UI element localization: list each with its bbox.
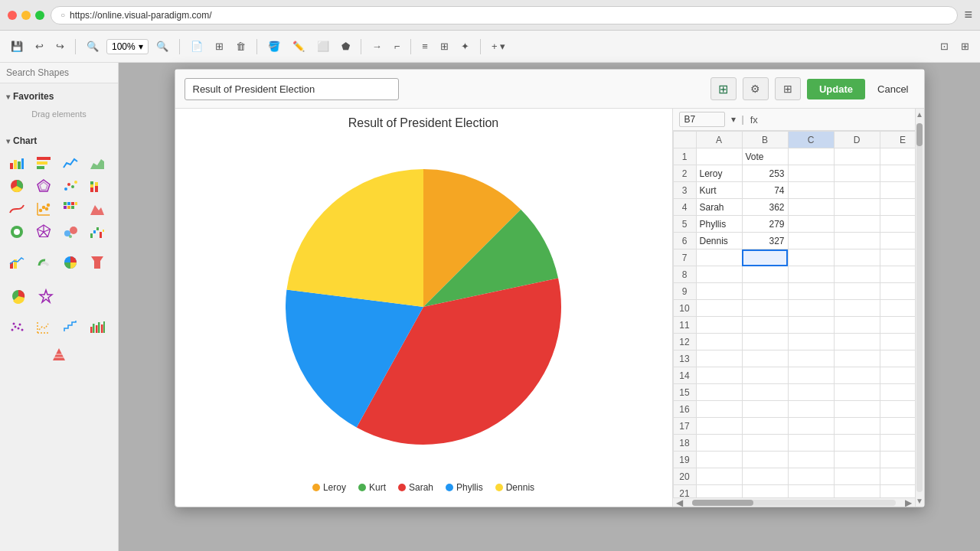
zoom-selector[interactable]: 100% ▾ [106, 39, 149, 54]
cell-b8[interactable] [742, 266, 788, 283]
url-bar[interactable]: ○ https://online.visual-paradigm.com/ [51, 6, 958, 24]
update-button[interactable]: Update [807, 79, 865, 99]
cell-e7[interactable] [880, 249, 915, 266]
cell-b5[interactable]: 279 [742, 216, 788, 233]
col-header-e[interactable]: E [880, 132, 915, 148]
cell-a5[interactable]: Phyllis [696, 216, 742, 233]
heatmap-icon[interactable] [60, 198, 81, 220]
close-traffic-light[interactable] [8, 11, 17, 20]
waterfall-icon[interactable] [87, 221, 108, 243]
save-button[interactable]: 💾 [6, 37, 28, 55]
cell-d8[interactable] [834, 266, 880, 283]
cell-b7-active[interactable] [742, 249, 788, 266]
chart-header[interactable]: ▾ Chart [0, 132, 118, 149]
line-button[interactable]: ✏️ [288, 37, 309, 55]
dashed-line-icon[interactable] [33, 316, 54, 337]
colored-pie-icon[interactable] [6, 284, 31, 308]
formula-input[interactable] [764, 114, 909, 125]
cell-a6[interactable]: Dennis [696, 233, 742, 249]
circular-gauge-icon[interactable] [33, 252, 54, 273]
cell-e1[interactable] [880, 148, 915, 165]
extra-button[interactable]: ✦ [456, 37, 474, 55]
zoom-in-button[interactable]: 🔍 [152, 37, 173, 55]
donut-chart-icon[interactable] [6, 221, 28, 243]
arrow-button[interactable]: → [368, 37, 387, 55]
delete-button[interactable]: 🗑 [231, 37, 250, 55]
scroll-down-arrow[interactable]: ▼ [914, 495, 925, 507]
cell-b3[interactable]: 74 [742, 182, 788, 199]
cell-c1[interactable] [788, 148, 834, 165]
panel-toggle-button[interactable]: ⊡ [936, 37, 953, 55]
fill-button[interactable]: 🪣 [263, 37, 285, 55]
zoom-out-button[interactable]: 🔍 [82, 37, 103, 55]
funnel-icon[interactable] [87, 252, 108, 273]
cell-e4[interactable] [880, 199, 915, 216]
cell-a7[interactable] [696, 249, 742, 266]
step-chart-icon[interactable] [60, 316, 81, 337]
cell-b1[interactable]: Vote [742, 148, 788, 165]
cell-e5[interactable] [880, 216, 915, 233]
dot-chart-icon[interactable] [60, 175, 81, 197]
more-shapes-button[interactable]: ⬟ [337, 37, 354, 55]
col-header-b[interactable]: B [742, 132, 788, 148]
cell-c6[interactable] [788, 233, 834, 249]
pyramid-icon[interactable] [48, 344, 70, 365]
cell-e2[interactable] [880, 165, 915, 182]
scatter-2-icon[interactable] [6, 316, 28, 337]
shape-button[interactable]: ⬜ [312, 37, 334, 55]
col-header-a[interactable]: A [696, 132, 742, 148]
h-scroll-thumb[interactable] [692, 500, 753, 506]
maximize-traffic-light[interactable] [35, 11, 44, 20]
cell-d5[interactable] [834, 216, 880, 233]
page-button[interactable]: 📄 [186, 37, 207, 55]
cell-c4[interactable] [788, 199, 834, 216]
scatter-icon[interactable] [33, 198, 54, 220]
cell-d1[interactable] [834, 148, 880, 165]
cell-e8[interactable] [880, 266, 915, 283]
cell-b2[interactable]: 253 [742, 165, 788, 182]
settings-button[interactable]: ⊞ [956, 37, 974, 55]
line-chart-icon[interactable] [60, 152, 81, 174]
settings-dialog-button[interactable]: ⚙ [743, 77, 769, 100]
minimize-traffic-light[interactable] [21, 11, 31, 20]
radar-icon[interactable] [33, 221, 54, 243]
browser-menu-icon[interactable]: ≡ [964, 7, 972, 23]
spider-chart-icon[interactable] [33, 175, 54, 197]
cell-c8[interactable] [788, 266, 834, 283]
stacked-bar-icon[interactable] [87, 175, 108, 197]
scroll-left-arrow[interactable]: ◀ [673, 497, 686, 507]
grid-view-button[interactable]: ⊞ [775, 77, 801, 100]
cell-a3[interactable]: Kurt [696, 182, 742, 199]
excel-export-button[interactable]: ⊞ [710, 77, 737, 100]
bubble-chart-icon[interactable] [60, 221, 81, 243]
arrange-button[interactable]: ⊞ [436, 37, 453, 55]
cell-e6[interactable] [880, 233, 915, 249]
cell-c7[interactable] [788, 249, 834, 266]
area-chart-icon[interactable] [87, 152, 108, 174]
cell-b6[interactable]: 327 [742, 233, 788, 249]
cell-c3[interactable] [788, 182, 834, 199]
redo-button[interactable]: ↪ [51, 37, 69, 55]
cell-d4[interactable] [834, 199, 880, 216]
search-input[interactable] [6, 67, 119, 78]
cell-e3[interactable] [880, 182, 915, 199]
undo-button[interactable]: ↩ [31, 37, 48, 55]
cell-d3[interactable] [834, 182, 880, 199]
grouped-bar-icon[interactable] [87, 316, 108, 337]
mountain-chart-icon[interactable] [87, 198, 108, 220]
cell-c5[interactable] [788, 216, 834, 233]
align-button[interactable]: ≡ [417, 37, 433, 55]
cell-a2[interactable]: Leroy [696, 165, 742, 182]
cell-c2[interactable] [788, 165, 834, 182]
pie-chart-2-icon[interactable] [60, 252, 81, 273]
horizontal-scrollbar[interactable]: ◀ ▶ [673, 497, 915, 507]
vertical-scrollbar[interactable]: ▲ ▼ [915, 109, 924, 507]
dialog-title-input[interactable] [185, 78, 399, 100]
curved-line-icon[interactable] [6, 198, 28, 220]
col-header-c[interactable]: C [788, 132, 834, 148]
connector-button[interactable]: ⌐ [390, 37, 405, 55]
cell-b4[interactable]: 362 [742, 199, 788, 216]
v-scroll-thumb[interactable] [916, 123, 923, 146]
add-button[interactable]: + ▾ [487, 37, 510, 55]
cell-d2[interactable] [834, 165, 880, 182]
